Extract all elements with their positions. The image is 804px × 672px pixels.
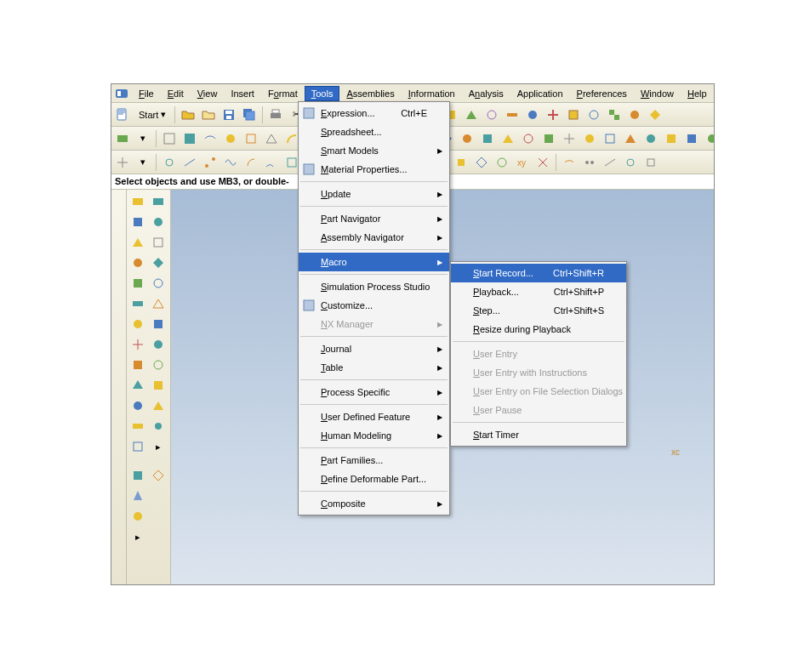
- tool-icon[interactable]: [149, 466, 168, 485]
- toolbar-icon[interactable]: [221, 129, 240, 148]
- menu-item-table[interactable]: Table▶: [299, 358, 449, 377]
- tool-icon[interactable]: [128, 396, 147, 415]
- tool-icon[interactable]: [149, 356, 168, 374]
- toolbar-icon[interactable]: [180, 153, 199, 172]
- toolbar-icon[interactable]: [482, 105, 501, 124]
- chevron-right-icon[interactable]: ▸: [128, 527, 147, 546]
- toolbar-icon[interactable]: [533, 153, 552, 172]
- menu-item-expression[interactable]: Expression...Ctrl+E: [299, 104, 449, 122]
- menu-item-playback[interactable]: Playback...Ctrl+Shift+P: [451, 282, 626, 301]
- menu-item-human-modeling[interactable]: Human Modeling▶: [299, 426, 449, 445]
- menu-item-part-navigator[interactable]: Part Navigator▶: [299, 209, 449, 228]
- toolbar-icon[interactable]: [560, 129, 579, 148]
- tool-icon[interactable]: [149, 213, 168, 231]
- toolbar-icon[interactable]: [523, 105, 542, 124]
- menu-item-assembly-navigator[interactable]: Assembly Navigator▶: [299, 228, 449, 247]
- chevron-down-icon[interactable]: ▾: [134, 153, 152, 172]
- tool-icon[interactable]: [128, 437, 147, 456]
- tool-icon[interactable]: [128, 376, 147, 395]
- toolbar-icon[interactable]: [519, 129, 538, 148]
- tool-icon[interactable]: [149, 294, 168, 313]
- menu-item-spreadsheet[interactable]: Spreadsheet...: [299, 122, 449, 141]
- new-icon[interactable]: [113, 105, 132, 124]
- toolbar-icon[interactable]: [682, 129, 701, 148]
- tool-icon[interactable]: [128, 192, 147, 211]
- tool-icon[interactable]: [149, 417, 168, 436]
- menu-help[interactable]: Help: [681, 86, 714, 101]
- tool-icon[interactable]: [128, 417, 147, 436]
- toolbar-icon[interactable]: [580, 129, 599, 148]
- tool-icon[interactable]: [149, 253, 168, 272]
- menu-item-resize-during-playback[interactable]: Resize during Playback: [451, 320, 626, 339]
- tool-icon[interactable]: [128, 315, 147, 333]
- toolbar-icon[interactable]: [560, 153, 579, 172]
- menu-edit[interactable]: Edit: [161, 86, 191, 101]
- tool-icon[interactable]: [149, 335, 168, 354]
- toolbar-icon[interactable]: [580, 153, 599, 172]
- tool-icon[interactable]: [128, 466, 147, 485]
- toolbar-icon[interactable]: [493, 153, 511, 172]
- menu-item-composite[interactable]: Composite▶: [299, 494, 449, 513]
- menu-item-part-families[interactable]: Part Families...: [299, 451, 449, 470]
- toolbar-icon[interactable]: [113, 129, 132, 148]
- tool-icon[interactable]: [149, 376, 168, 395]
- toolbar-icon[interactable]: [662, 129, 681, 148]
- menu-analysis[interactable]: Analysis: [462, 86, 510, 101]
- chevron-down-icon[interactable]: ▾: [134, 129, 152, 148]
- menu-format[interactable]: Format: [261, 86, 305, 101]
- toolbar-icon[interactable]: [478, 129, 497, 148]
- toolbar-icon[interactable]: [499, 129, 517, 148]
- menu-preferences[interactable]: Preferences: [570, 86, 634, 101]
- toolbar-icon[interactable]: [601, 129, 619, 148]
- menu-item-user-defined-feature[interactable]: User Defined Feature▶: [299, 407, 449, 426]
- save-icon[interactable]: [220, 105, 238, 124]
- toolbar-icon[interactable]: [113, 153, 132, 172]
- toolbar-icon[interactable]: [452, 153, 470, 172]
- menu-item-step[interactable]: Step...Ctrl+Shift+S: [451, 301, 626, 320]
- menu-application[interactable]: Application: [510, 86, 570, 101]
- open-icon[interactable]: [179, 105, 197, 124]
- toolbar-icon[interactable]: [472, 153, 491, 172]
- menu-item-simulation-process-studio[interactable]: Simulation Process Studio: [299, 277, 449, 296]
- toolbar-icon[interactable]: [262, 129, 281, 148]
- folder-icon[interactable]: [199, 105, 218, 124]
- toolbar-icon[interactable]: [544, 105, 562, 124]
- toolbar-icon[interactable]: [458, 129, 476, 148]
- toolbar-icon[interactable]: [703, 129, 714, 148]
- toolbar-icon[interactable]: [641, 153, 660, 172]
- toolbar-icon[interactable]: [646, 105, 664, 124]
- resource-bar[interactable]: [111, 190, 127, 584]
- menu-item-customize[interactable]: Customize...: [299, 296, 449, 315]
- toolbar-icon[interactable]: [180, 129, 199, 148]
- menu-assemblies[interactable]: Assemblies: [339, 86, 401, 101]
- chevron-right-icon[interactable]: ▸: [149, 437, 168, 456]
- toolbar-icon[interactable]: [160, 153, 179, 172]
- toolbar-icon[interactable]: [605, 105, 624, 124]
- menu-item-process-specific[interactable]: Process Specific▶: [299, 383, 449, 401]
- toolbar-icon[interactable]: [625, 105, 644, 124]
- menu-item-journal[interactable]: Journal▶: [299, 339, 449, 358]
- toolbar-icon[interactable]: [160, 129, 179, 148]
- tool-icon[interactable]: [128, 233, 147, 252]
- menu-window[interactable]: Window: [634, 86, 681, 101]
- start-button[interactable]: Start ▾: [134, 105, 171, 124]
- toolbar-icon[interactable]: [621, 129, 640, 148]
- tool-icon[interactable]: [128, 335, 147, 354]
- sphere-icon[interactable]: [128, 507, 147, 526]
- tool-icon[interactable]: [149, 274, 168, 293]
- tool-icon[interactable]: [149, 233, 168, 252]
- menu-item-define-deformable-part[interactable]: Define Deformable Part...: [299, 470, 449, 488]
- menu-information[interactable]: Information: [402, 86, 462, 101]
- tool-icon[interactable]: [128, 253, 147, 272]
- menu-item-update[interactable]: Update▶: [299, 185, 449, 203]
- menu-insert[interactable]: Insert: [224, 86, 261, 101]
- cone-icon[interactable]: [128, 487, 147, 505]
- toolbar-icon[interactable]: [539, 129, 558, 148]
- tool-icon[interactable]: [128, 294, 147, 313]
- menu-file[interactable]: File: [132, 86, 161, 101]
- menu-tools[interactable]: Tools: [305, 86, 340, 101]
- tool-icon[interactable]: [149, 315, 168, 333]
- toolbar-icon[interactable]: [462, 105, 481, 124]
- toolbar-icon[interactable]: [584, 105, 603, 124]
- toolbar-icon[interactable]: [242, 129, 260, 148]
